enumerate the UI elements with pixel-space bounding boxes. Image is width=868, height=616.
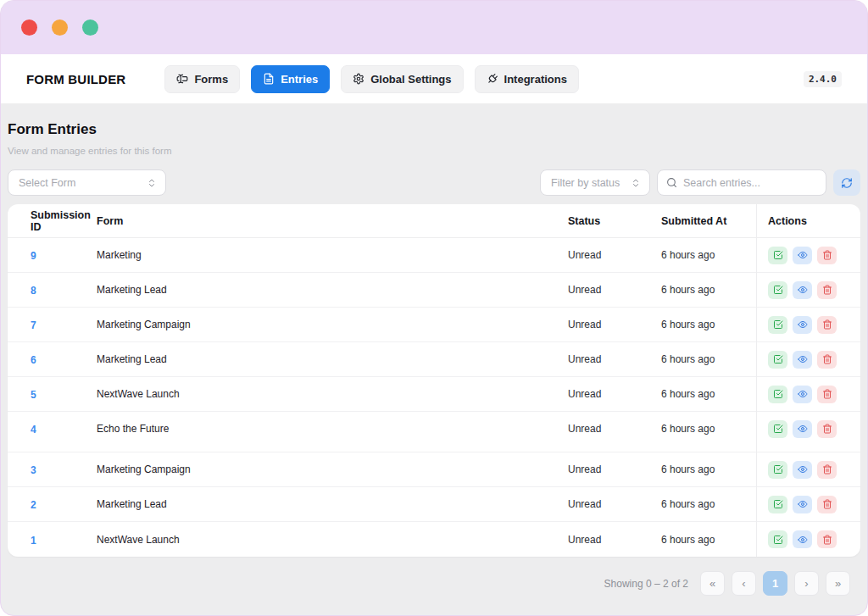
- eye-icon: [798, 535, 808, 545]
- form-name-cell: Marketing Lead: [97, 353, 568, 365]
- mark-read-button[interactable]: [768, 351, 787, 369]
- mark-read-button[interactable]: [768, 420, 787, 438]
- check-square-icon: [773, 250, 783, 260]
- delete-entry-button[interactable]: [817, 316, 837, 334]
- submitted-at-cell: 6 hours ago: [661, 498, 757, 510]
- eye-icon: [798, 499, 808, 509]
- view-entry-button[interactable]: [793, 420, 812, 438]
- form-name-cell: Marketing Lead: [97, 498, 568, 510]
- trash-icon: [822, 319, 832, 330]
- submission-id-link[interactable]: 4: [31, 424, 36, 436]
- mark-read-button[interactable]: [768, 386, 787, 403]
- delete-entry-button[interactable]: [817, 420, 837, 438]
- delete-entry-button[interactable]: [817, 386, 837, 403]
- eye-icon: [798, 354, 808, 364]
- version-badge: 2.4.0: [804, 71, 842, 87]
- view-entry-button[interactable]: [793, 281, 812, 299]
- table-header-row: Submission ID Form Status Submitted At A…: [8, 204, 860, 238]
- status-filter-value: Filter by status: [551, 177, 620, 189]
- app-window: FORM BUILDER Forms Entries Globa: [0, 0, 868, 616]
- eye-icon: [798, 285, 808, 295]
- table-row: 4 Echo the Future Unread 6 hours ago: [8, 412, 860, 452]
- eye-icon: [798, 389, 808, 399]
- check-square-icon: [773, 319, 783, 330]
- status-filter-select[interactable]: Filter by status: [540, 169, 650, 196]
- view-entry-button[interactable]: [793, 386, 812, 403]
- check-square-icon: [773, 499, 783, 509]
- mark-read-button[interactable]: [768, 530, 787, 548]
- mark-read-button[interactable]: [768, 496, 787, 513]
- prev-page-button[interactable]: ‹: [732, 571, 756, 596]
- submission-id-link[interactable]: 1: [31, 535, 36, 547]
- delete-entry-button[interactable]: [817, 281, 837, 299]
- mark-read-button[interactable]: [768, 247, 787, 264]
- table-row: 7 Marketing Campaign Unread 6 hours ago: [8, 308, 860, 342]
- check-square-icon: [773, 285, 783, 295]
- column-header-actions: Actions: [757, 215, 860, 227]
- form-name-cell: Marketing Lead: [97, 284, 568, 296]
- search-input[interactable]: [683, 177, 817, 189]
- refresh-button[interactable]: [833, 169, 860, 196]
- close-window-button[interactable]: [21, 19, 37, 36]
- file-text-icon: [263, 73, 275, 85]
- last-page-button[interactable]: »: [826, 571, 850, 596]
- submission-id-link[interactable]: 9: [31, 250, 36, 262]
- eye-icon: [798, 250, 808, 260]
- tab-forms[interactable]: Forms: [164, 65, 240, 93]
- column-header-form: Form: [97, 215, 568, 227]
- row-actions: [768, 247, 860, 264]
- delete-entry-button[interactable]: [817, 461, 837, 479]
- trash-icon: [822, 464, 832, 474]
- view-entry-button[interactable]: [793, 496, 812, 513]
- zoom-window-button[interactable]: [82, 19, 98, 36]
- submission-id-link[interactable]: 5: [31, 389, 36, 401]
- app-header: FORM BUILDER Forms Entries Globa: [1, 54, 867, 103]
- filters-toolbar: Select Form Filter by status: [8, 169, 860, 196]
- tab-global-settings[interactable]: Global Settings: [341, 65, 463, 93]
- submission-id-link[interactable]: 2: [31, 499, 36, 511]
- minimize-window-button[interactable]: [52, 19, 68, 36]
- submitted-at-cell: 6 hours ago: [661, 319, 757, 330]
- submitted-at-cell: 6 hours ago: [661, 388, 757, 400]
- form-select[interactable]: Select Form: [8, 169, 166, 196]
- status-cell: Unread: [568, 463, 661, 475]
- row-actions: [768, 530, 860, 548]
- submitted-at-cell: 6 hours ago: [661, 463, 757, 475]
- tab-entries[interactable]: Entries: [251, 65, 330, 93]
- mark-read-button[interactable]: [768, 461, 787, 479]
- delete-entry-button[interactable]: [817, 351, 837, 369]
- trash-icon: [822, 354, 832, 364]
- view-entry-button[interactable]: [793, 530, 812, 548]
- column-header-submission-id: Submission ID: [8, 209, 97, 233]
- mark-read-button[interactable]: [768, 316, 787, 334]
- search-icon: [666, 177, 677, 188]
- trash-icon: [822, 389, 832, 399]
- view-entry-button[interactable]: [793, 247, 812, 264]
- mark-read-button[interactable]: [768, 281, 787, 299]
- delete-entry-button[interactable]: [817, 496, 837, 513]
- eye-icon: [798, 464, 808, 474]
- delete-entry-button[interactable]: [817, 530, 837, 548]
- view-entry-button[interactable]: [793, 461, 812, 479]
- plug-icon: [484, 70, 501, 87]
- check-square-icon: [773, 389, 783, 399]
- page-title: Form Entries: [8, 121, 860, 138]
- check-square-icon: [773, 535, 783, 545]
- submission-id-link[interactable]: 3: [31, 464, 36, 476]
- trash-icon: [822, 424, 832, 434]
- tab-integrations[interactable]: Integrations: [475, 65, 579, 93]
- row-actions: [768, 420, 860, 438]
- view-entry-button[interactable]: [793, 351, 812, 369]
- eye-icon: [798, 424, 808, 434]
- next-page-button[interactable]: ›: [794, 571, 819, 596]
- first-page-button[interactable]: «: [700, 571, 725, 596]
- status-cell: Unread: [568, 353, 661, 365]
- submission-id-link[interactable]: 7: [31, 319, 36, 331]
- table-row: 2 Marketing Lead Unread 6 hours ago: [8, 487, 860, 522]
- delete-entry-button[interactable]: [817, 247, 837, 264]
- submission-id-link[interactable]: 8: [31, 285, 36, 297]
- page-number-button[interactable]: 1: [763, 571, 787, 596]
- submission-id-link[interactable]: 6: [31, 354, 36, 366]
- table-row: 8 Marketing Lead Unread 6 hours ago: [8, 273, 860, 308]
- view-entry-button[interactable]: [793, 316, 812, 334]
